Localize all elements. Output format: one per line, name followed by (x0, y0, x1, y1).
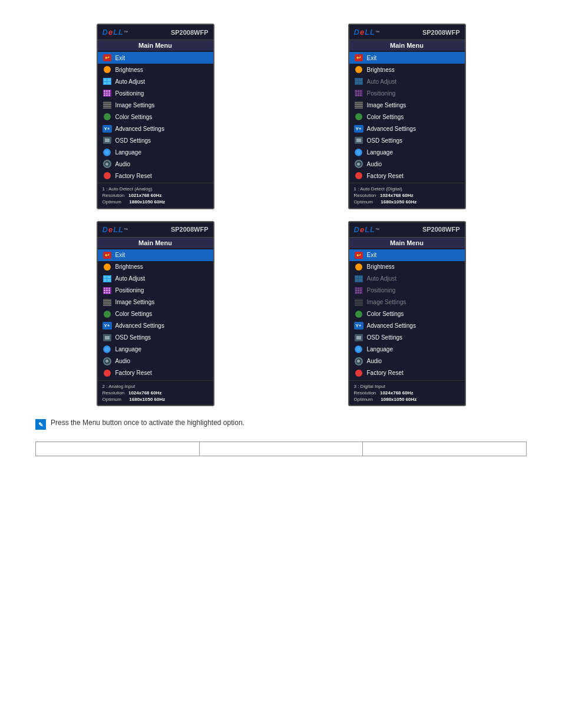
menu-item-factory-reset[interactable]: Factory Reset (98, 170, 213, 182)
menu-item-label-factory-reset: Factory Reset (115, 370, 152, 376)
main-menu-title: Main Menu (349, 40, 465, 51)
menu-item-label-audio: Audio (367, 358, 382, 364)
model-name: SP2008WFP (171, 226, 209, 233)
menu-item-positioning[interactable]: Positioning (349, 285, 465, 297)
menu-item-audio[interactable]: Audio (98, 158, 213, 170)
footer-optimum: Optimum 1880x1050 60Hz (103, 199, 209, 205)
audio-icon (103, 159, 112, 169)
osd-icon (103, 136, 112, 145)
menu-item-auto-adjust[interactable]: Auto Adjust (98, 273, 213, 285)
menu-item-positioning[interactable]: Positioning (98, 285, 213, 297)
footer-resolution: Resolution 1024x768 60Hz (354, 192, 460, 199)
menu-item-exit[interactable]: ↩Exit (98, 249, 213, 261)
menu-item-color-settings[interactable]: Color Settings (98, 308, 213, 320)
menu-item-label-exit: Exit (115, 252, 125, 258)
menu-item-exit[interactable]: ↩Exit (349, 249, 465, 261)
footer-source: 3 : Digital Input (354, 383, 460, 390)
menu-item-language[interactable]: Language (98, 344, 213, 355)
image-settings-icon (354, 100, 363, 110)
menu-item-osd-settings[interactable]: OSD Settings (349, 134, 465, 146)
menu-item-language[interactable]: Language (349, 146, 465, 158)
menu-item-osd-settings[interactable]: OSD Settings (98, 134, 213, 146)
menu-item-advanced-settings[interactable]: Y+Advanced Settings (98, 123, 213, 134)
brightness-icon (354, 65, 363, 74)
menu-item-image-settings[interactable]: Image Settings (349, 297, 465, 308)
menu-item-label-auto-adjust: Auto Adjust (367, 275, 397, 282)
exit-icon: ↩ (103, 251, 112, 260)
footer-resolution: Resolution 1024x768 60Hz (354, 390, 460, 396)
menu-item-advanced-settings[interactable]: Y+Advanced Settings (349, 123, 465, 134)
menu-item-label-brightness: Brightness (367, 67, 395, 73)
menu-item-label-factory-reset: Factory Reset (115, 173, 152, 179)
monitor-header: DeLL™SP2008WFP (349, 25, 465, 40)
menu-item-factory-reset[interactable]: Factory Reset (349, 170, 465, 182)
monitor-footer: 3 : Digital InputResolution 1024x768 60H… (349, 380, 465, 406)
menu-item-label-osd-settings: OSD Settings (367, 334, 403, 341)
note-text: Press the Menu button once to activate t… (51, 418, 244, 428)
menu-item-positioning[interactable]: Positioning (98, 87, 213, 99)
menu-item-brightness[interactable]: Brightness (98, 64, 213, 75)
exit-icon: ↩ (103, 53, 112, 62)
menu-item-auto-adjust[interactable]: Auto Adjust (349, 273, 465, 285)
menu-item-advanced-settings[interactable]: Y+Advanced Settings (98, 320, 213, 332)
dell-logo: DeLL™ (354, 225, 380, 234)
menu-item-brightness[interactable]: Brightness (349, 64, 465, 75)
menu-item-label-image-settings: Image Settings (115, 299, 155, 305)
menu-item-exit[interactable]: ↩Exit (349, 52, 465, 64)
factory-reset-icon (103, 368, 112, 378)
menu-item-audio[interactable]: Audio (349, 158, 465, 170)
menu-item-label-auto-adjust: Auto Adjust (367, 78, 397, 85)
menu-item-auto-adjust[interactable]: Auto Adjust (349, 75, 465, 87)
exit-icon: ↩ (354, 53, 363, 62)
menu-item-image-settings[interactable]: Image Settings (98, 99, 213, 111)
menu-item-factory-reset[interactable]: Factory Reset (98, 367, 213, 379)
menu-item-label-advanced-settings: Advanced Settings (115, 322, 164, 329)
menu-item-brightness[interactable]: Brightness (98, 261, 213, 273)
brightness-icon (103, 65, 112, 74)
menu-item-osd-settings[interactable]: OSD Settings (349, 332, 465, 344)
footer-optimum: Optimum 1680x1050 60Hz (354, 199, 460, 205)
menu-item-factory-reset[interactable]: Factory Reset (349, 367, 465, 379)
color-icon (103, 112, 112, 121)
exit-icon: ↩ (354, 251, 363, 260)
menu-item-image-settings[interactable]: Image Settings (98, 297, 213, 308)
menu-item-label-exit: Exit (367, 252, 377, 258)
menu-item-positioning[interactable]: Positioning (349, 87, 465, 99)
advanced-icon: Y+ (354, 321, 363, 331)
menu-item-language[interactable]: Language (98, 146, 213, 158)
menu-item-label-positioning: Positioning (367, 287, 396, 294)
positioning-icon (103, 88, 112, 98)
note-section: ✎ Press the Menu button once to activate… (35, 418, 527, 430)
audio-icon (354, 159, 363, 169)
menu-item-label-positioning: Positioning (367, 90, 396, 97)
menu-item-label-advanced-settings: Advanced Settings (367, 126, 416, 132)
menu-item-advanced-settings[interactable]: Y+Advanced Settings (349, 320, 465, 332)
menu-item-audio[interactable]: Audio (98, 355, 213, 367)
model-name: SP2008WFP (422, 29, 460, 36)
menu-item-image-settings[interactable]: Image Settings (349, 99, 465, 111)
menu-item-color-settings[interactable]: Color Settings (349, 111, 465, 123)
menu-items: ↩ExitBrightnessAuto AdjustPositioningIma… (98, 51, 213, 183)
menu-item-label-color-settings: Color Settings (367, 114, 404, 120)
menu-item-label-advanced-settings: Advanced Settings (115, 126, 164, 132)
menu-item-brightness[interactable]: Brightness (349, 261, 465, 273)
menu-item-label-exit: Exit (367, 55, 377, 61)
menu-item-color-settings[interactable]: Color Settings (98, 111, 213, 123)
menu-item-label-osd-settings: OSD Settings (115, 334, 151, 341)
monitor-header: DeLL™SP2008WFP (98, 25, 213, 40)
advanced-icon: Y+ (354, 124, 363, 133)
monitor-monitor-2: DeLL™SP2008WFPMain Menu↩ExitBrightnessAu… (348, 24, 466, 209)
menu-item-label-color-settings: Color Settings (115, 114, 153, 120)
menu-items: ↩ExitBrightnessAuto AdjustPositioningIma… (98, 248, 213, 380)
menu-item-language[interactable]: Language (349, 344, 465, 355)
menu-item-label-auto-adjust: Auto Adjust (115, 275, 146, 282)
menu-item-osd-settings[interactable]: OSD Settings (98, 332, 213, 344)
footer-source: 1 : Auto Detect (Analog) (103, 186, 209, 192)
menu-item-auto-adjust[interactable]: Auto Adjust (98, 75, 213, 87)
menu-item-exit[interactable]: ↩Exit (98, 52, 213, 64)
menu-item-label-audio: Audio (115, 358, 131, 364)
language-icon (103, 147, 112, 157)
menu-item-audio[interactable]: Audio (349, 355, 465, 367)
osd-icon (103, 333, 112, 342)
menu-item-color-settings[interactable]: Color Settings (349, 308, 465, 320)
